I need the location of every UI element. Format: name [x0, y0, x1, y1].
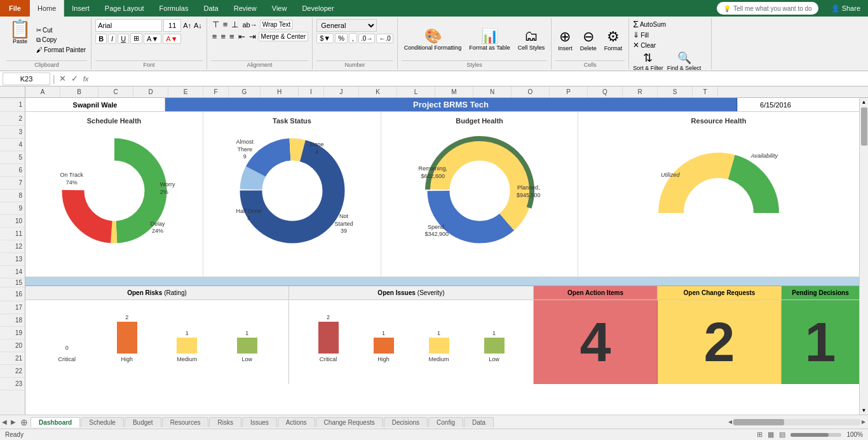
col-C[interactable]: C: [98, 86, 133, 97]
fill-color-button[interactable]: A▼: [144, 34, 161, 44]
col-Q[interactable]: Q: [588, 86, 623, 97]
col-A[interactable]: A: [25, 86, 60, 97]
row-1-header[interactable]: 1: [0, 98, 25, 112]
formula-input[interactable]: [92, 72, 865, 85]
align-center-button[interactable]: ≡: [219, 31, 227, 42]
tell-me-bar[interactable]: 💡 Tell me what you want to do: [717, 2, 818, 15]
cell-reference-box[interactable]: [3, 72, 50, 85]
row-12-header[interactable]: 12: [0, 240, 25, 253]
font-name-input[interactable]: [95, 19, 162, 32]
decrease-decimal-button[interactable]: ←.0: [376, 34, 393, 43]
col-P[interactable]: P: [550, 86, 588, 97]
insert-button[interactable]: ⊕ Insert: [555, 27, 575, 53]
copy-button[interactable]: ⧉ Copy: [35, 36, 87, 45]
col-I[interactable]: I: [299, 86, 324, 97]
row-22-header[interactable]: 22: [0, 365, 25, 378]
comma-button[interactable]: ,: [349, 33, 357, 43]
sheet-tab-risks[interactable]: Risks: [209, 417, 241, 427]
align-top-button[interactable]: ⊤: [211, 19, 220, 30]
clear-button[interactable]: Clear: [641, 42, 656, 49]
align-right-button[interactable]: ≡: [228, 31, 236, 42]
view-normal-button[interactable]: ⊞: [757, 430, 763, 439]
increase-decimal-button[interactable]: .0→: [358, 34, 375, 43]
tab-formulas[interactable]: Formulas: [152, 3, 196, 14]
align-bottom-button[interactable]: ⊥: [230, 19, 240, 30]
file-tab[interactable]: File: [0, 0, 30, 17]
col-L[interactable]: L: [397, 86, 435, 97]
tab-add-button[interactable]: ⊕: [18, 418, 31, 427]
format-button[interactable]: ⚙ Format: [602, 27, 625, 53]
sheet-tab-schedule[interactable]: Schedule: [81, 417, 124, 427]
border-button[interactable]: ⊞: [130, 33, 142, 44]
row-2-header[interactable]: 2: [0, 112, 25, 126]
vertical-scrollbar[interactable]: ▲ ▼: [859, 98, 868, 415]
sheet-tab-actions[interactable]: Actions: [278, 417, 315, 427]
row-18-header[interactable]: 18: [0, 314, 25, 327]
hscroll-left[interactable]: ◀: [728, 419, 732, 425]
row-11-header[interactable]: 11: [0, 228, 25, 240]
col-E[interactable]: E: [168, 86, 203, 97]
decrease-indent-button[interactable]: ⇤: [237, 31, 247, 42]
hscroll-track[interactable]: [733, 419, 860, 425]
col-T[interactable]: T: [693, 86, 718, 97]
col-B[interactable]: B: [60, 86, 98, 97]
cell-styles-button[interactable]: 🗂 Cell Styles: [515, 27, 548, 53]
row-20-header[interactable]: 20: [0, 340, 25, 352]
row-19-header[interactable]: 19: [0, 327, 25, 340]
hscroll-right[interactable]: ▶: [862, 419, 865, 425]
sort-filter-button[interactable]: ⇅ Sort & Filter: [633, 51, 663, 71]
sheet-tab-budget[interactable]: Budget: [125, 417, 161, 427]
sheet-tab-dashboard[interactable]: Dashboard: [31, 417, 80, 427]
conditional-formatting-button[interactable]: 🎨 Conditional Formatting: [402, 27, 465, 53]
sheet-tab-data[interactable]: Data: [464, 417, 494, 427]
col-D[interactable]: D: [133, 86, 168, 97]
sheet-tab-config[interactable]: Config: [428, 417, 463, 427]
delete-button[interactable]: ⊖ Delete: [578, 27, 599, 53]
tab-nav-left[interactable]: ◀: [0, 418, 9, 425]
wrap-text-button[interactable]: Wrap Text: [260, 20, 294, 29]
italic-button[interactable]: I: [108, 34, 116, 44]
find-select-button[interactable]: 🔍 Find & Select: [667, 51, 702, 71]
font-size-input[interactable]: [163, 19, 181, 32]
tab-developer[interactable]: Developer: [294, 3, 341, 14]
percent-button[interactable]: %: [335, 33, 348, 43]
tab-nav-right[interactable]: ▶: [9, 418, 18, 425]
col-K[interactable]: K: [359, 86, 397, 97]
col-O[interactable]: O: [512, 86, 550, 97]
col-M[interactable]: M: [435, 86, 473, 97]
tab-home[interactable]: Home: [30, 0, 64, 17]
align-left-button[interactable]: ≡: [211, 31, 219, 42]
bold-button[interactable]: B: [95, 34, 107, 44]
sheet-tab-decisions[interactable]: Decisions: [384, 417, 428, 427]
hscroll-thumb[interactable]: [733, 419, 784, 425]
row-16-header[interactable]: 16: [0, 287, 25, 301]
tab-review[interactable]: Review: [226, 3, 264, 14]
sheet-tab-resources[interactable]: Resources: [162, 417, 209, 427]
text-direction-button[interactable]: ab→: [241, 20, 258, 29]
view-page-layout-button[interactable]: ▦: [768, 430, 774, 439]
tab-view[interactable]: View: [264, 3, 295, 14]
insert-function-button[interactable]: fx: [82, 75, 90, 83]
cut-button[interactable]: ✂ Cut: [35, 26, 87, 34]
row-14-header[interactable]: 14: [0, 266, 25, 278]
cell-project-title[interactable]: Project BRMS Tech: [165, 98, 737, 111]
col-S[interactable]: S: [658, 86, 693, 97]
paste-button[interactable]: 📋 Paste: [6, 19, 34, 60]
autosum-button[interactable]: AutoSum: [640, 21, 666, 28]
format-as-table-button[interactable]: 📊 Format as Table: [466, 27, 512, 53]
scroll-thumb[interactable]: [861, 107, 867, 146]
cell-name[interactable]: Swapnil Wale: [25, 98, 165, 111]
row-6-header[interactable]: 6: [0, 164, 25, 177]
view-page-break-button[interactable]: ▤: [779, 430, 785, 439]
row-7-header[interactable]: 7: [0, 177, 25, 189]
font-color-button[interactable]: A▼: [163, 34, 180, 44]
row-17-header[interactable]: 17: [0, 301, 25, 314]
increase-indent-button[interactable]: ⇥: [248, 31, 257, 42]
number-format-select[interactable]: General Number Currency Percentage: [316, 19, 377, 32]
font-grow-button[interactable]: A↑: [182, 21, 192, 30]
row-13-header[interactable]: 13: [0, 253, 25, 266]
col-N[interactable]: N: [473, 86, 512, 97]
row-5-header[interactable]: 5: [0, 151, 25, 164]
sheet-tab-issues[interactable]: Issues: [242, 417, 277, 427]
scroll-down-button[interactable]: ▼: [860, 406, 868, 415]
